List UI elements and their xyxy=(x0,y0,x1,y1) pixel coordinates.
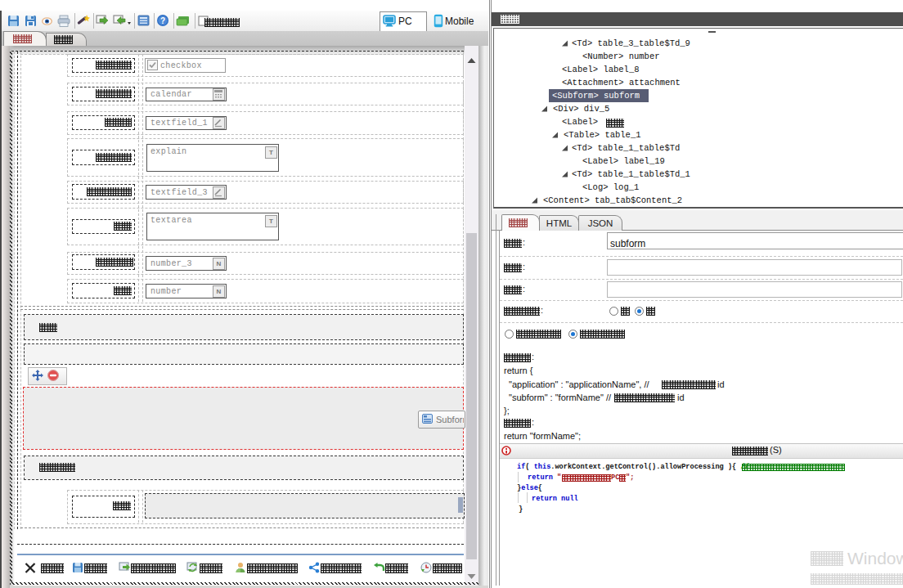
svg-text:?: ? xyxy=(160,16,165,25)
